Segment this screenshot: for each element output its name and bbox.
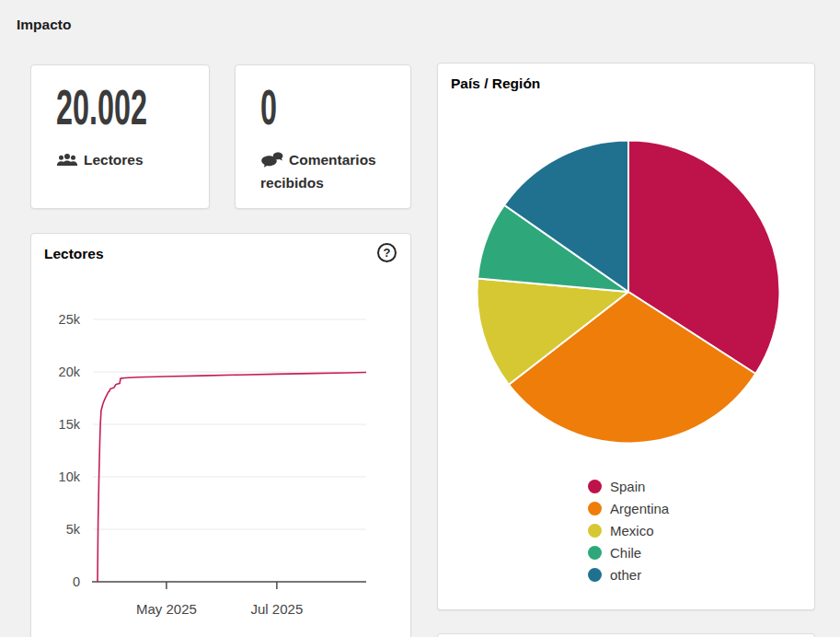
legend-item-mexico: Mexico: [588, 519, 669, 541]
comment-bubbles-icon: [260, 152, 283, 168]
help-icon[interactable]: ?: [377, 243, 397, 262]
svg-text:0: 0: [73, 574, 80, 589]
country-chart-card: País / Región SpainArgentinaMexicoChileo…: [437, 63, 815, 610]
readers-group-icon: [56, 153, 78, 168]
legend-swatch: [588, 524, 602, 538]
svg-text:20k: 20k: [59, 365, 81, 379]
readers-line-chart: 05k10k15k20k25kMay 2025Jul 2025: [31, 234, 412, 630]
svg-text:10k: 10k: [59, 469, 81, 484]
pie-legend: SpainArgentinaMexicoChileother: [588, 475, 669, 585]
svg-text:25k: 25k: [59, 312, 81, 327]
legend-label: Argentina: [610, 501, 669, 516]
legend-swatch: [588, 480, 602, 493]
legend-item-other: other: [588, 563, 669, 585]
comments-count: 0: [260, 78, 351, 135]
svg-text:May 2025: May 2025: [136, 601, 197, 617]
legend-label: other: [610, 567, 641, 583]
next-card-partial: [437, 633, 815, 637]
legend-swatch: [588, 502, 602, 515]
readers-count: 20.002: [56, 78, 148, 135]
readers-label: Lectores: [84, 152, 144, 168]
readers-stat-card: 20.002 Lectores: [30, 64, 210, 209]
country-chart-title: País / Región: [451, 75, 540, 92]
legend-item-spain: Spain: [588, 475, 669, 497]
legend-label: Spain: [610, 479, 645, 494]
legend-item-chile: Chile: [588, 541, 669, 563]
svg-text:15k: 15k: [59, 417, 81, 432]
legend-label: Chile: [610, 545, 641, 561]
comments-stat-card: 0 Comentarios recibidos: [235, 64, 411, 209]
readers-chart-card: Lectores ? 05k10k15k20k25kMay 2025Jul 20…: [30, 233, 411, 637]
impact-stats-page: Impacto 20.002 Lectores 0 Comentarios re…: [0, 0, 840, 637]
legend-item-argentina: Argentina: [588, 497, 669, 519]
legend-swatch: [588, 546, 602, 560]
readers-chart-title: Lectores: [44, 246, 104, 262]
comments-label-row: Comentarios recibidos: [260, 148, 391, 194]
legend-label: Mexico: [610, 523, 654, 539]
svg-text:5k: 5k: [66, 522, 81, 537]
legend-swatch: [588, 568, 602, 582]
page-title: Impacto: [17, 17, 71, 33]
svg-text:Jul 2025: Jul 2025: [251, 601, 304, 617]
readers-label-row: Lectores: [56, 148, 187, 171]
